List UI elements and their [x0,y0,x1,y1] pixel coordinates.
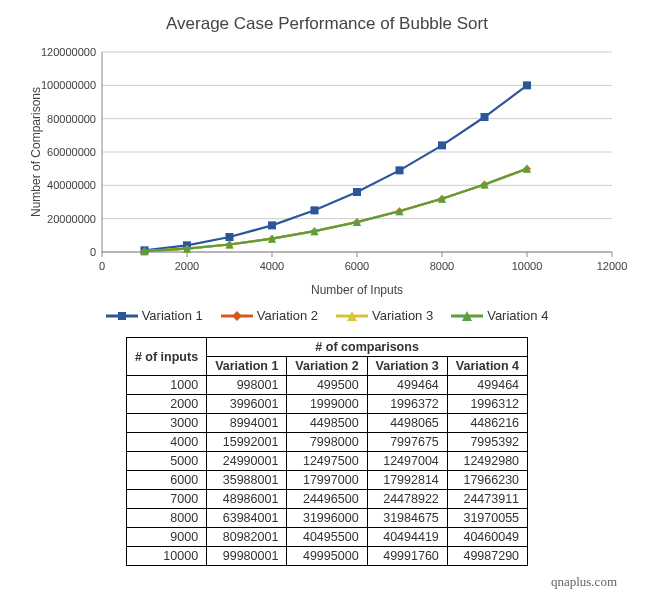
table-value-cell: 80982001 [207,528,287,547]
legend-item-2: Variation 2 [221,308,318,323]
table-value-cell: 1999000 [287,395,367,414]
svg-rect-37 [353,188,361,196]
table-value-cell: 40495500 [287,528,367,547]
legend-item-1: Variation 1 [106,308,203,323]
table-value-cell: 4486216 [447,414,527,433]
legend-label: Variation 1 [142,308,203,323]
table-value-cell: 40460049 [447,528,527,547]
table-row: 400015992001799800079976757995392 [126,433,527,452]
svg-text:Number of Inputs: Number of Inputs [311,283,403,297]
legend-swatch-icon [221,310,253,322]
table-input-cell: 6000 [126,471,206,490]
chart-title: Average Case Performance of Bubble Sort [17,14,637,34]
table-col-header: Variation 4 [447,357,527,376]
svg-text:6000: 6000 [345,260,369,272]
svg-rect-34 [226,233,234,241]
table-value-cell: 1996372 [367,395,447,414]
table-value-cell: 24990001 [207,452,287,471]
table-value-cell: 99980001 [207,547,287,566]
table-value-cell: 17966230 [447,471,527,490]
svg-text:40000000: 40000000 [47,179,96,191]
table-input-cell: 10000 [126,547,206,566]
table-value-cell: 35988001 [207,471,287,490]
table-value-cell: 4498065 [367,414,447,433]
svg-text:0: 0 [99,260,105,272]
table-value-cell: 7997675 [367,433,447,452]
svg-text:20000000: 20000000 [47,213,96,225]
svg-text:120000000: 120000000 [41,46,96,58]
table-col-header: Variation 1 [207,357,287,376]
legend-item-4: Variation 4 [451,308,548,323]
table-value-cell: 8994001 [207,414,287,433]
table-value-cell: 12497500 [287,452,367,471]
table-value-cell: 63984001 [207,509,287,528]
table-value-cell: 3996001 [207,395,287,414]
svg-rect-41 [523,81,531,89]
table-value-cell: 7998000 [287,433,367,452]
table-value-cell: 48986001 [207,490,287,509]
table-row: 500024990001124975001249700412492980 [126,452,527,471]
table-value-cell: 24496500 [287,490,367,509]
legend-label: Variation 3 [372,308,433,323]
table-row-header: # of inputs [126,338,206,376]
table-input-cell: 1000 [126,376,206,395]
svg-text:4000: 4000 [260,260,284,272]
svg-text:10000: 10000 [512,260,543,272]
table-row: 1000099980001499950004999176049987290 [126,547,527,566]
table-value-cell: 31996000 [287,509,367,528]
table-value-cell: 499500 [287,376,367,395]
svg-rect-35 [268,221,276,229]
svg-text:Number of Comparisons: Number of Comparisons [29,87,43,217]
table-value-cell: 24478922 [367,490,447,509]
svg-marker-75 [232,311,242,321]
table-value-cell: 49991760 [367,547,447,566]
svg-rect-39 [438,141,446,149]
table-value-cell: 17997000 [287,471,367,490]
table-row: 700048986001244965002447892224473911 [126,490,527,509]
table-value-cell: 7995392 [447,433,527,452]
table-value-cell: 4498500 [287,414,367,433]
table-row: 600035988001179970001799281417966230 [126,471,527,490]
table-value-cell: 31970055 [447,509,527,528]
table-value-cell: 24473911 [447,490,527,509]
table-row: 20003996001199900019963721996312 [126,395,527,414]
table-input-cell: 9000 [126,528,206,547]
table-value-cell: 40494419 [367,528,447,547]
table-value-cell: 31984675 [367,509,447,528]
svg-rect-38 [396,166,404,174]
line-chart: 0200000004000000060000000800000001000000… [22,42,632,302]
table-row: 30008994001449850044980654486216 [126,414,527,433]
table-value-cell: 499464 [447,376,527,395]
table-input-cell: 7000 [126,490,206,509]
svg-text:60000000: 60000000 [47,146,96,158]
table-col-header: Variation 3 [367,357,447,376]
table-value-cell: 499464 [367,376,447,395]
svg-rect-40 [481,113,489,121]
legend-label: Variation 4 [487,308,548,323]
svg-text:80000000: 80000000 [47,113,96,125]
table-input-cell: 2000 [126,395,206,414]
svg-rect-36 [311,206,319,214]
table-input-cell: 3000 [126,414,206,433]
table-input-cell: 8000 [126,509,206,528]
table-value-cell: 15992001 [207,433,287,452]
table-value-cell: 12497004 [367,452,447,471]
table-value-cell: 12492980 [447,452,527,471]
svg-text:100000000: 100000000 [41,79,96,91]
svg-rect-73 [118,312,126,320]
svg-text:8000: 8000 [430,260,454,272]
legend-label: Variation 2 [257,308,318,323]
table-col-header: Variation 2 [287,357,367,376]
table-row: 800063984001319960003198467531970055 [126,509,527,528]
attribution-text: qnaplus.com [17,574,637,590]
legend-swatch-icon [451,310,483,322]
table-super-header: # of comparisons [207,338,528,357]
table-input-cell: 4000 [126,433,206,452]
table-value-cell: 1996312 [447,395,527,414]
table-row: 900080982001404955004049441940460049 [126,528,527,547]
table-value-cell: 17992814 [367,471,447,490]
table-value-cell: 49995000 [287,547,367,566]
svg-text:12000: 12000 [597,260,628,272]
data-table: # of inputs# of comparisonsVariation 1Va… [126,337,528,566]
table-value-cell: 49987290 [447,547,527,566]
